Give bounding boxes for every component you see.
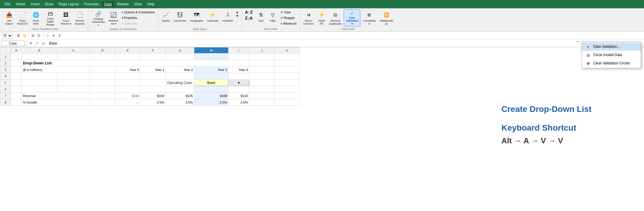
relationships-button[interactable]: 🔀 Relationships [378, 9, 395, 27]
col-header-j[interactable]: J [249, 47, 274, 53]
cell-i5-dropdown[interactable]: ▼ [228, 80, 249, 86]
cell-g1[interactable] [166, 53, 194, 60]
cell-f4[interactable] [141, 73, 166, 80]
cell-h7[interactable]: $108 [194, 93, 228, 99]
cancel-formula-button[interactable]: ✕ [28, 40, 34, 46]
cell-b8[interactable]: % Growth [22, 99, 90, 106]
col-header-e[interactable]: E [115, 47, 141, 53]
cell-j7[interactable] [249, 93, 274, 99]
cell-i8[interactable]: 2.5% [228, 99, 249, 106]
cell-a5[interactable] [11, 80, 22, 86]
cell-d3[interactable] [90, 66, 115, 73]
cell-e3[interactable]: Year 0 [115, 66, 141, 73]
formula-input[interactable] [48, 41, 643, 46]
data-types-collapse[interactable]: ▼ [236, 14, 239, 18]
menu-item-formulas[interactable]: Formulas [82, 1, 101, 7]
cell-d6[interactable] [90, 86, 115, 93]
cell-j8[interactable] [249, 99, 274, 106]
cell-i1[interactable] [228, 53, 249, 60]
dropdown-item-circle-invalid[interactable]: ◎ Circle Invalid Data [582, 51, 641, 59]
cell-k3[interactable] [274, 66, 300, 73]
row-header-8[interactable]: 8 [0, 99, 11, 106]
cell-i2[interactable] [228, 60, 249, 66]
cell-f6[interactable] [141, 86, 166, 93]
menu-item-insert[interactable]: Insert [28, 1, 42, 7]
cell-g4[interactable] [166, 73, 194, 80]
col-header-k[interactable]: K [274, 47, 300, 53]
row-header-4[interactable]: 4 [0, 73, 11, 80]
col-header-f[interactable]: F [141, 47, 166, 53]
row-header-1[interactable]: 1 [0, 53, 11, 60]
highlight-button[interactable]: ✦ [51, 33, 56, 38]
menu-item-help[interactable]: Help [145, 1, 157, 7]
cell-e5[interactable] [115, 80, 141, 86]
row-header-3[interactable]: 3 [0, 66, 11, 73]
menu-item-home[interactable]: Home [13, 1, 28, 7]
cell-g8[interactable]: 2.5% [166, 99, 194, 106]
cell-a7[interactable] [11, 93, 22, 99]
existing-connections-button[interactable]: 🔗 ExistingConnections [90, 9, 107, 27]
col-header-d[interactable]: D [90, 47, 115, 53]
menu-item-draw[interactable]: Draw [42, 1, 56, 7]
cell-a2[interactable] [11, 60, 22, 66]
cell-e7[interactable]: $100 [115, 93, 141, 99]
row-header-5[interactable]: 5 [0, 80, 11, 86]
cell-h8[interactable]: 2.5% [194, 99, 228, 106]
cell-j5[interactable] [249, 80, 274, 86]
cell-b5[interactable] [22, 80, 57, 86]
cell-e1[interactable] [115, 53, 141, 60]
data-types-expand[interactable]: ▲ [236, 10, 239, 14]
cell-k6[interactable] [274, 86, 300, 93]
filter-button[interactable]: ▽ Filter [267, 9, 278, 27]
flash-fill-button[interactable]: ⚡ FlashFill [316, 9, 327, 27]
from-table-range-button[interactable]: 🗃 From Table/Range [42, 9, 59, 27]
cell-a3[interactable] [11, 66, 22, 73]
cell-b6[interactable] [22, 86, 57, 93]
cell-i6[interactable] [228, 86, 249, 93]
currencies-button[interactable]: 💱 Currencies [172, 9, 188, 27]
refresh-all-button[interactable]: 🔄 RefreshAll ▾ [107, 9, 120, 27]
dropdown-item-data-validation[interactable]: ✓ Data Validation... [582, 42, 641, 51]
dropdown-item-clear-validation[interactable]: ⊗ Clear Validation Circles [582, 59, 641, 67]
cell-b3[interactable]: ($ in millions) [22, 66, 90, 73]
insert-function-button[interactable]: fx [41, 40, 47, 46]
cell-i7[interactable]: $110 [228, 93, 249, 99]
stocks-button[interactable]: 📈 Stocks [160, 9, 171, 27]
cell-a6[interactable] [11, 86, 22, 93]
from-web-button[interactable]: 🌐 FromWeb [30, 9, 42, 27]
cell-h1[interactable] [194, 53, 228, 60]
cell-j1[interactable] [249, 53, 274, 60]
cell-c1[interactable] [57, 53, 90, 60]
cell-d4[interactable] [90, 73, 115, 80]
cell-k7[interactable] [274, 93, 300, 99]
cell-g7[interactable]: $105 [166, 93, 194, 99]
reapply-button[interactable]: ↺ Reapply [279, 15, 298, 20]
row-header-7[interactable]: 7 [0, 93, 11, 99]
menu-item-review[interactable]: Review [115, 1, 131, 7]
cell-f8[interactable]: 2.5% [141, 99, 166, 106]
cell-j4[interactable] [249, 73, 274, 80]
cell-g5[interactable]: Operating Case: [166, 80, 194, 86]
cell-f3[interactable]: Year 1 [141, 66, 166, 73]
advanced-button[interactable]: ≡ Advanced [279, 21, 298, 26]
cell-h6[interactable] [194, 86, 228, 93]
activities-button[interactable]: 🏃 Activities [221, 9, 234, 27]
cell-c5[interactable] [57, 80, 90, 86]
cell-c4[interactable] [57, 73, 90, 80]
remove-duplicates-button[interactable]: ⊟ RemoveDuplicates [328, 9, 343, 27]
cell-d7[interactable] [90, 93, 115, 99]
cell-k1[interactable] [274, 53, 300, 60]
cell-i4[interactable] [228, 73, 249, 80]
col-header-g[interactable]: G [166, 47, 194, 53]
fill-color-button[interactable]: ▧ [22, 33, 27, 38]
consolidate-button[interactable]: ⊞ Consolidate [361, 9, 378, 27]
cell-k2[interactable] [274, 60, 300, 66]
borders-button[interactable]: ⊞ [30, 33, 36, 38]
cell-c6[interactable] [57, 86, 90, 93]
font-size-select[interactable]: 10 11 12 [1, 33, 12, 39]
expand-button[interactable]: ⊹ [45, 33, 50, 38]
cell-d1[interactable] [90, 53, 115, 60]
sheet-area[interactable]: A B C D E F G H I J K 1 [0, 47, 490, 202]
col-header-b[interactable]: B [22, 47, 57, 53]
properties-button[interactable]: ℹ Properties [120, 15, 157, 20]
